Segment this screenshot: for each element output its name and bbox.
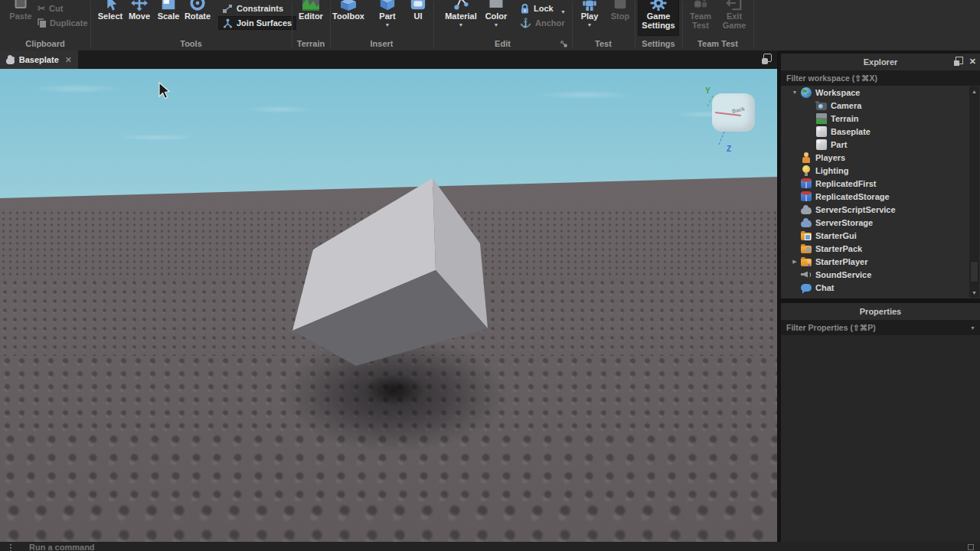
tools-group-label: Tools: [90, 39, 292, 48]
filter-dropdown-caret-icon[interactable]: ▼: [970, 325, 980, 331]
terrain-editor-button[interactable]: Editor: [296, 0, 325, 21]
restore-windows-icon[interactable]: [761, 54, 773, 65]
explorer-filter-input[interactable]: [781, 73, 980, 83]
view-selector-cube[interactable]: Back Y Z: [693, 80, 766, 153]
toolbox-button[interactable]: Toolbox: [332, 0, 365, 21]
tree-item-label: Camera: [831, 101, 861, 110]
ribbon-group-tools: Select Move Scale Rotate Constraints Joi…: [90, 0, 292, 51]
material-button[interactable]: Material ▼: [444, 0, 478, 28]
test-group-label: Test: [572, 39, 635, 48]
tree-item[interactable]: ReplicatedFirst: [781, 177, 980, 190]
view-cube-face[interactable]: Back: [712, 93, 755, 132]
drag-grip-icon[interactable]: [9, 543, 12, 551]
tree-item[interactable]: ServerScriptService: [781, 203, 980, 216]
terrain-editor-icon: [302, 0, 320, 11]
play-button[interactable]: Play ▼: [576, 0, 603, 28]
tree-item[interactable]: ReplicatedStorage: [781, 190, 980, 203]
team-test-button[interactable]: Team Test: [685, 0, 716, 30]
tree-item-label: Lighting: [815, 166, 848, 175]
lock-dropdown-caret-icon[interactable]: ▼: [560, 9, 566, 15]
tree-item[interactable]: ▶ StarterPlayer: [781, 255, 980, 268]
tree-item[interactable]: Baseplate: [781, 125, 980, 138]
rotate-tool-button[interactable]: Rotate: [183, 0, 212, 21]
join-surfaces-button[interactable]: Join Surfaces: [219, 17, 296, 29]
y-axis-label: Y: [705, 86, 710, 95]
ribbon-group-team-test: Team Test Exit Game Team Test: [682, 0, 753, 51]
team-test-group-label: Team Test: [682, 39, 753, 48]
cloud-icon: [6, 58, 15, 64]
game-settings-button[interactable]: Game Settings: [639, 0, 678, 35]
stop-icon: [612, 0, 629, 11]
ui-icon: [410, 0, 426, 11]
scroll-down-icon[interactable]: ▼: [969, 290, 979, 295]
tree-item-label: Chat: [815, 283, 834, 292]
part-dropdown-caret-icon[interactable]: ▼: [373, 22, 402, 28]
tree-item[interactable]: Camera: [781, 99, 980, 112]
ui-button[interactable]: UI: [404, 0, 432, 21]
tab-close-icon[interactable]: ✕: [65, 55, 72, 65]
expand-dialog-icon[interactable]: [560, 41, 567, 47]
viewport-3d[interactable]: Back Y Z: [0, 69, 777, 542]
stop-button[interactable]: Stop: [606, 0, 634, 21]
tree-item[interactable]: SoundService: [781, 268, 980, 281]
scroll-up-icon[interactable]: ▲: [969, 89, 979, 94]
constraints-button[interactable]: Constraints: [219, 2, 296, 15]
scrollbar-thumb[interactable]: [970, 261, 978, 282]
move-tool-button[interactable]: Move: [125, 0, 154, 21]
scissors-icon: ✂: [38, 3, 45, 14]
tree-item[interactable]: ▼ Workspace: [781, 86, 980, 99]
cut-button[interactable]: ✂ Cut: [34, 2, 92, 15]
duplicate-button[interactable]: Duplicate: [34, 17, 92, 29]
tree-item-label: ReplicatedStorage: [815, 192, 890, 201]
duplicate-icon: [38, 18, 46, 28]
explorer-scrollbar[interactable]: ▲ ▼: [969, 86, 979, 298]
part-cube[interactable]: [0, 69, 777, 542]
explorer-tree-list: ▼ Workspace Camera Terrain Baseplate Par…: [781, 86, 980, 294]
properties-empty-body: [781, 335, 980, 542]
command-input[interactable]: [29, 543, 335, 551]
tree-item[interactable]: Players: [781, 151, 980, 164]
play-dropdown-caret-icon[interactable]: ▼: [576, 22, 603, 28]
tree-item-label: ServerStorage: [815, 218, 873, 227]
tree-expand-icon[interactable]: ▼: [789, 90, 801, 95]
properties-filter-input[interactable]: [781, 323, 970, 332]
tree-item-label: StarterPlayer: [815, 257, 868, 266]
anchor-button[interactable]: ⚓ Anchor: [516, 17, 568, 29]
ribbon-group-clipboard: Paste ✂ Cut Duplicate Clipboard: [0, 0, 90, 51]
part-icon: [379, 0, 396, 11]
lock-icon: [520, 4, 530, 14]
settings-group-label: Settings: [635, 39, 682, 48]
ribbon-separator: [753, 2, 754, 47]
scale-tool-button[interactable]: Scale: [154, 0, 183, 21]
explorer-filter-row: [781, 70, 980, 86]
tree-item[interactable]: Lighting: [781, 164, 980, 177]
color-button[interactable]: Color ▼: [482, 0, 510, 28]
material-dropdown-caret-icon[interactable]: ▼: [444, 22, 478, 28]
document-tab-bar: Baseplate ✕: [0, 51, 777, 69]
tree-item[interactable]: Part: [781, 138, 980, 151]
select-tool-button[interactable]: Select: [96, 0, 125, 21]
status-bar-icon[interactable]: [968, 544, 974, 550]
scale-icon: [160, 0, 177, 11]
paste-button[interactable]: Paste: [6, 0, 35, 21]
ribbon-group-test: Play ▼ Stop Test: [572, 0, 635, 51]
tree-item-icon: [801, 246, 812, 253]
tree-item[interactable]: Chat: [781, 281, 980, 294]
part-button[interactable]: Part ▼: [373, 0, 402, 28]
command-bar: [0, 542, 980, 551]
properties-panel-title: Properties ✕: [781, 303, 980, 320]
float-panel-icon[interactable]: [954, 57, 963, 66]
exit-game-button[interactable]: Exit Game: [719, 0, 750, 30]
tree-item-icon: [801, 152, 812, 163]
close-panel-icon[interactable]: ✕: [969, 57, 976, 66]
tree-item[interactable]: ServerStorage: [781, 216, 980, 229]
tree-expand-icon[interactable]: ▶: [789, 259, 801, 265]
tree-item-label: Baseplate: [831, 127, 871, 136]
tree-item[interactable]: StarterPack: [781, 242, 980, 255]
tab-baseplate[interactable]: Baseplate ✕: [0, 51, 78, 69]
explorer-panel-title: Explorer ✕: [781, 54, 980, 70]
color-dropdown-caret-icon[interactable]: ▼: [482, 22, 510, 28]
tree-item[interactable]: StarterGui: [781, 229, 980, 242]
ribbon-group-insert: Toolbox Part ▼ UI Insert: [330, 0, 433, 51]
tree-item[interactable]: Terrain: [781, 112, 980, 125]
